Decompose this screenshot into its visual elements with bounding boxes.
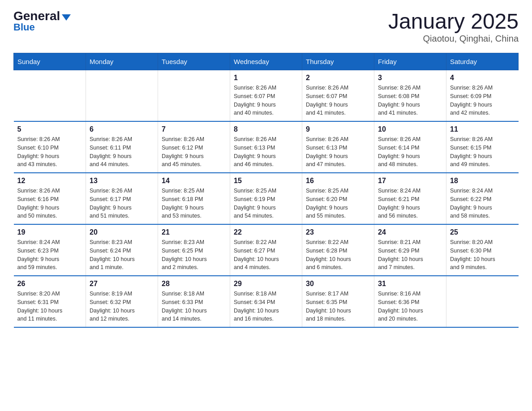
day-info: Sunrise: 8:21 AM Sunset: 6:29 PM Dayligh… — [378, 238, 442, 272]
day-info: Sunrise: 8:23 AM Sunset: 6:24 PM Dayligh… — [90, 238, 154, 272]
calendar-day-cell: 31Sunrise: 8:16 AM Sunset: 6:36 PM Dayli… — [374, 276, 446, 327]
calendar-week-row: 1Sunrise: 8:26 AM Sunset: 6:07 PM Daylig… — [14, 70, 519, 122]
day-number: 30 — [306, 280, 370, 288]
day-info: Sunrise: 8:23 AM Sunset: 6:25 PM Dayligh… — [162, 238, 226, 272]
day-number: 13 — [90, 177, 154, 185]
day-number: 21 — [162, 228, 226, 236]
day-number: 1 — [234, 74, 298, 82]
day-info: Sunrise: 8:26 AM Sunset: 6:17 PM Dayligh… — [90, 187, 154, 220]
day-info: Sunrise: 8:26 AM Sunset: 6:07 PM Dayligh… — [306, 84, 370, 117]
day-info: Sunrise: 8:26 AM Sunset: 6:10 PM Dayligh… — [17, 135, 82, 169]
calendar-day-cell: 8Sunrise: 8:26 AM Sunset: 6:13 PM Daylig… — [230, 121, 302, 173]
calendar-day-cell: 17Sunrise: 8:24 AM Sunset: 6:21 PM Dayli… — [374, 173, 446, 224]
day-number: 10 — [378, 125, 442, 133]
day-number: 2 — [306, 74, 370, 82]
day-info: Sunrise: 8:26 AM Sunset: 6:16 PM Dayligh… — [17, 187, 82, 220]
calendar-week-row: 26Sunrise: 8:20 AM Sunset: 6:31 PM Dayli… — [14, 276, 519, 327]
day-number: 7 — [162, 125, 226, 133]
day-number: 18 — [450, 177, 515, 185]
calendar-day-cell: 7Sunrise: 8:26 AM Sunset: 6:12 PM Daylig… — [158, 121, 230, 173]
calendar-title: January 2025 — [388, 9, 519, 34]
day-info: Sunrise: 8:18 AM Sunset: 6:33 PM Dayligh… — [162, 290, 226, 323]
day-info: Sunrise: 8:19 AM Sunset: 6:32 PM Dayligh… — [90, 290, 154, 323]
day-number: 3 — [378, 74, 442, 82]
day-info: Sunrise: 8:18 AM Sunset: 6:34 PM Dayligh… — [234, 290, 298, 323]
day-of-week-header: Sunday — [14, 53, 86, 70]
logo: General Blue — [13, 9, 71, 33]
day-info: Sunrise: 8:26 AM Sunset: 6:12 PM Dayligh… — [162, 135, 226, 169]
day-info: Sunrise: 8:20 AM Sunset: 6:31 PM Dayligh… — [17, 290, 82, 323]
day-info: Sunrise: 8:25 AM Sunset: 6:18 PM Dayligh… — [162, 187, 226, 220]
day-info: Sunrise: 8:22 AM Sunset: 6:28 PM Dayligh… — [306, 238, 370, 272]
day-number: 16 — [306, 177, 370, 185]
calendar-day-cell: 21Sunrise: 8:23 AM Sunset: 6:25 PM Dayli… — [158, 224, 230, 276]
calendar-table: SundayMondayTuesdayWednesdayThursdayFrid… — [13, 53, 519, 328]
day-number: 8 — [234, 125, 298, 133]
day-info: Sunrise: 8:22 AM Sunset: 6:27 PM Dayligh… — [234, 238, 298, 272]
calendar-day-cell: 12Sunrise: 8:26 AM Sunset: 6:16 PM Dayli… — [14, 173, 86, 224]
day-info: Sunrise: 8:25 AM Sunset: 6:20 PM Dayligh… — [306, 187, 370, 220]
calendar-day-cell: 18Sunrise: 8:24 AM Sunset: 6:22 PM Dayli… — [446, 173, 519, 224]
day-number: 9 — [306, 125, 370, 133]
day-number: 17 — [378, 177, 442, 185]
day-number: 4 — [450, 74, 515, 82]
calendar-day-cell: 15Sunrise: 8:25 AM Sunset: 6:19 PM Dayli… — [230, 173, 302, 224]
day-number: 31 — [378, 280, 442, 288]
calendar-day-cell: 20Sunrise: 8:23 AM Sunset: 6:24 PM Dayli… — [86, 224, 158, 276]
calendar-day-cell: 30Sunrise: 8:17 AM Sunset: 6:35 PM Dayli… — [302, 276, 374, 327]
day-info: Sunrise: 8:20 AM Sunset: 6:30 PM Dayligh… — [450, 238, 515, 272]
calendar-week-row: 12Sunrise: 8:26 AM Sunset: 6:16 PM Dayli… — [14, 173, 519, 224]
day-number: 23 — [306, 228, 370, 236]
calendar-day-cell: 25Sunrise: 8:20 AM Sunset: 6:30 PM Dayli… — [446, 224, 519, 276]
day-number: 6 — [90, 125, 154, 133]
day-number: 14 — [162, 177, 226, 185]
calendar-day-cell: 14Sunrise: 8:25 AM Sunset: 6:18 PM Dayli… — [158, 173, 230, 224]
calendar-day-cell — [14, 70, 86, 122]
calendar-day-cell: 29Sunrise: 8:18 AM Sunset: 6:34 PM Dayli… — [230, 276, 302, 327]
calendar-day-cell: 5Sunrise: 8:26 AM Sunset: 6:10 PM Daylig… — [14, 121, 86, 173]
day-of-week-header: Tuesday — [158, 53, 230, 70]
day-number: 11 — [450, 125, 515, 133]
calendar-day-cell: 2Sunrise: 8:26 AM Sunset: 6:07 PM Daylig… — [302, 70, 374, 122]
calendar-day-cell: 19Sunrise: 8:24 AM Sunset: 6:23 PM Dayli… — [14, 224, 86, 276]
day-info: Sunrise: 8:24 AM Sunset: 6:21 PM Dayligh… — [378, 187, 442, 220]
calendar-day-cell — [158, 70, 230, 122]
day-number: 22 — [234, 228, 298, 236]
calendar-week-row: 5Sunrise: 8:26 AM Sunset: 6:10 PM Daylig… — [14, 121, 519, 173]
day-info: Sunrise: 8:24 AM Sunset: 6:23 PM Dayligh… — [17, 238, 82, 272]
day-number: 28 — [162, 280, 226, 288]
calendar-day-cell: 1Sunrise: 8:26 AM Sunset: 6:07 PM Daylig… — [230, 70, 302, 122]
day-of-week-header: Friday — [374, 53, 446, 70]
calendar-day-cell: 4Sunrise: 8:26 AM Sunset: 6:09 PM Daylig… — [446, 70, 519, 122]
day-of-week-header: Thursday — [302, 53, 374, 70]
day-number: 5 — [17, 125, 82, 133]
day-of-week-header: Monday — [86, 53, 158, 70]
day-number: 24 — [378, 228, 442, 236]
day-info: Sunrise: 8:17 AM Sunset: 6:35 PM Dayligh… — [306, 290, 370, 323]
day-info: Sunrise: 8:24 AM Sunset: 6:22 PM Dayligh… — [450, 187, 515, 220]
day-number: 27 — [90, 280, 154, 288]
calendar-day-cell: 22Sunrise: 8:22 AM Sunset: 6:27 PM Dayli… — [230, 224, 302, 276]
calendar-day-cell: 16Sunrise: 8:25 AM Sunset: 6:20 PM Dayli… — [302, 173, 374, 224]
calendar-subtitle: Qiaotou, Qinghai, China — [388, 34, 519, 44]
calendar-day-cell: 9Sunrise: 8:26 AM Sunset: 6:13 PM Daylig… — [302, 121, 374, 173]
title-block: January 2025 Qiaotou, Qinghai, China — [388, 9, 519, 44]
calendar-header-row: SundayMondayTuesdayWednesdayThursdayFrid… — [14, 53, 519, 70]
calendar-day-cell: 23Sunrise: 8:22 AM Sunset: 6:28 PM Dayli… — [302, 224, 374, 276]
day-info: Sunrise: 8:26 AM Sunset: 6:11 PM Dayligh… — [90, 135, 154, 169]
logo-blue-text: Blue — [13, 21, 35, 33]
page-header: General Blue January 2025 Qiaotou, Qingh… — [13, 9, 519, 44]
calendar-day-cell: 13Sunrise: 8:26 AM Sunset: 6:17 PM Dayli… — [86, 173, 158, 224]
day-info: Sunrise: 8:26 AM Sunset: 6:09 PM Dayligh… — [450, 84, 515, 117]
day-info: Sunrise: 8:26 AM Sunset: 6:13 PM Dayligh… — [234, 135, 298, 169]
calendar-day-cell: 11Sunrise: 8:26 AM Sunset: 6:15 PM Dayli… — [446, 121, 519, 173]
day-number: 29 — [234, 280, 298, 288]
calendar-week-row: 19Sunrise: 8:24 AM Sunset: 6:23 PM Dayli… — [14, 224, 519, 276]
calendar-day-cell: 6Sunrise: 8:26 AM Sunset: 6:11 PM Daylig… — [86, 121, 158, 173]
calendar-day-cell: 27Sunrise: 8:19 AM Sunset: 6:32 PM Dayli… — [86, 276, 158, 327]
day-number: 25 — [450, 228, 515, 236]
day-info: Sunrise: 8:26 AM Sunset: 6:13 PM Dayligh… — [306, 135, 370, 169]
day-number: 12 — [17, 177, 82, 185]
day-number: 19 — [17, 228, 82, 236]
calendar-day-cell — [86, 70, 158, 122]
